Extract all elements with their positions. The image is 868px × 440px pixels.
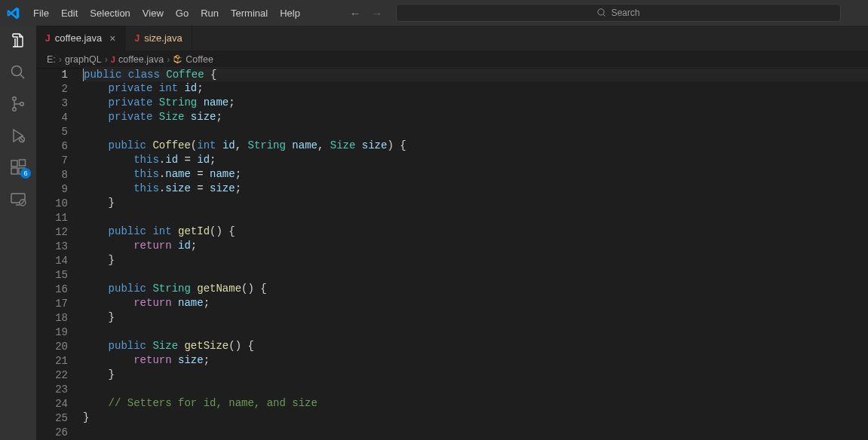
code-line[interactable]: return id; [83, 239, 868, 253]
code-line[interactable]: public int getId() { [83, 225, 868, 239]
run-debug-icon[interactable] [9, 127, 27, 145]
line-number: 12 [36, 225, 68, 240]
code-content[interactable]: public class Coffee { private int id; pr… [83, 68, 868, 440]
code-line[interactable] [83, 124, 868, 139]
extensions-badge: 6 [20, 168, 31, 179]
breadcrumb-file[interactable]: coffee.java [118, 54, 164, 65]
line-number: 17 [36, 297, 68, 311]
code-line[interactable] [83, 425, 868, 439]
line-number: 21 [36, 354, 68, 368]
line-number: 13 [36, 240, 68, 254]
code-line[interactable]: } [83, 411, 868, 425]
svg-rect-5 [11, 160, 17, 167]
line-number: 16 [36, 283, 68, 297]
code-line[interactable]: private Size size; [83, 110, 868, 124]
breadcrumbs[interactable]: E: › graphQL › J coffee.java › Coffee [36, 50, 868, 68]
menu-item-selection[interactable]: Selection [84, 5, 136, 22]
editor-area: Jcoffee.java×Jsize.java E: › graphQL › J… [36, 26, 868, 440]
nav-forward-icon[interactable]: → [371, 7, 382, 20]
code-line[interactable]: // Setters for id, name, and size [83, 396, 868, 411]
class-icon [173, 53, 182, 65]
search-input[interactable]: Search [396, 4, 841, 22]
svg-point-2 [13, 108, 17, 112]
line-number: 4 [36, 111, 68, 125]
line-number: 20 [36, 340, 68, 354]
line-number: 24 [36, 397, 68, 411]
vscode-icon [6, 6, 20, 20]
breadcrumb-symbol[interactable]: Coffee [186, 54, 213, 65]
code-line[interactable]: public Size getSize() { [83, 339, 868, 353]
menu-item-go[interactable]: Go [170, 5, 195, 22]
nav-back-icon[interactable]: ← [349, 7, 360, 20]
line-number: 6 [36, 139, 68, 154]
chevron-right-icon: › [167, 54, 170, 65]
code-line[interactable]: return size; [83, 353, 868, 368]
line-number: 26 [36, 426, 68, 440]
chevron-right-icon: › [105, 54, 108, 65]
activity-bar: 6 [0, 26, 36, 440]
code-line[interactable]: } [83, 368, 868, 382]
line-number: 25 [36, 411, 68, 426]
remote-icon[interactable] [9, 190, 27, 208]
code-line[interactable]: private String name; [83, 96, 868, 110]
svg-point-0 [12, 66, 22, 76]
svg-rect-8 [20, 160, 26, 166]
menu-bar: FileEditSelectionViewGoRunTerminalHelp [27, 5, 306, 22]
svg-point-1 [13, 97, 17, 101]
code-line[interactable]: public Coffee(int id, String name, Size … [83, 139, 868, 153]
code-line[interactable] [83, 210, 868, 225]
line-number: 15 [36, 268, 68, 283]
line-number: 10 [36, 197, 68, 211]
tab-label: size.java [144, 32, 182, 44]
code-line[interactable]: this.size = size; [83, 182, 868, 196]
code-line[interactable]: this.name = name; [83, 167, 868, 182]
line-number: 2 [36, 82, 68, 96]
menu-item-help[interactable]: Help [274, 5, 306, 22]
chevron-right-icon: › [59, 54, 62, 65]
line-number: 5 [36, 125, 68, 139]
title-bar: FileEditSelectionViewGoRunTerminalHelp ←… [0, 0, 868, 26]
breadcrumb-root[interactable]: E: [47, 54, 56, 65]
line-number: 19 [36, 325, 68, 340]
search-side-icon[interactable] [9, 63, 27, 81]
line-number: 8 [36, 168, 68, 182]
code-line[interactable]: private int id; [83, 81, 868, 96]
close-icon[interactable]: × [109, 32, 115, 44]
code-line[interactable]: } [83, 196, 868, 210]
line-number: 3 [36, 96, 68, 111]
line-gutter: 1234567891011121314151617181920212223242… [36, 68, 83, 440]
code-line[interactable] [83, 267, 868, 282]
tab-label: coffee.java [55, 32, 103, 44]
java-icon: J [135, 33, 140, 44]
menu-item-terminal[interactable]: Terminal [225, 5, 274, 22]
line-number: 9 [36, 182, 68, 197]
menu-item-run[interactable]: Run [195, 5, 225, 22]
line-number: 7 [36, 154, 68, 168]
explorer-icon[interactable] [9, 32, 27, 50]
code-line[interactable]: } [83, 310, 868, 325]
svg-rect-6 [11, 168, 17, 174]
code-line[interactable] [83, 325, 868, 339]
menu-item-view[interactable]: View [136, 5, 170, 22]
tab-size-java[interactable]: Jsize.java [126, 26, 192, 50]
extensions-icon[interactable]: 6 [9, 158, 27, 176]
line-number: 11 [36, 211, 68, 225]
code-line[interactable] [83, 382, 868, 396]
tab-coffee-java[interactable]: Jcoffee.java× [36, 26, 126, 50]
code-line[interactable]: public class Coffee { [83, 67, 868, 81]
tabs-bar: Jcoffee.java×Jsize.java [36, 26, 868, 50]
code-line[interactable]: } [83, 253, 868, 267]
menu-item-file[interactable]: File [27, 5, 55, 22]
line-number: 14 [36, 254, 68, 268]
breadcrumb-folder[interactable]: graphQL [65, 54, 102, 65]
search-placeholder: Search [611, 8, 639, 18]
line-number: 18 [36, 311, 68, 325]
code-line[interactable]: public String getName() { [83, 282, 868, 296]
code-line[interactable]: return name; [83, 296, 868, 310]
menu-item-edit[interactable]: Edit [55, 5, 84, 22]
code-line[interactable]: this.id = id; [83, 153, 868, 167]
scm-icon[interactable] [9, 95, 27, 113]
line-number: 23 [36, 383, 68, 397]
code-editor[interactable]: 1234567891011121314151617181920212223242… [36, 68, 868, 440]
line-number: 22 [36, 368, 68, 383]
